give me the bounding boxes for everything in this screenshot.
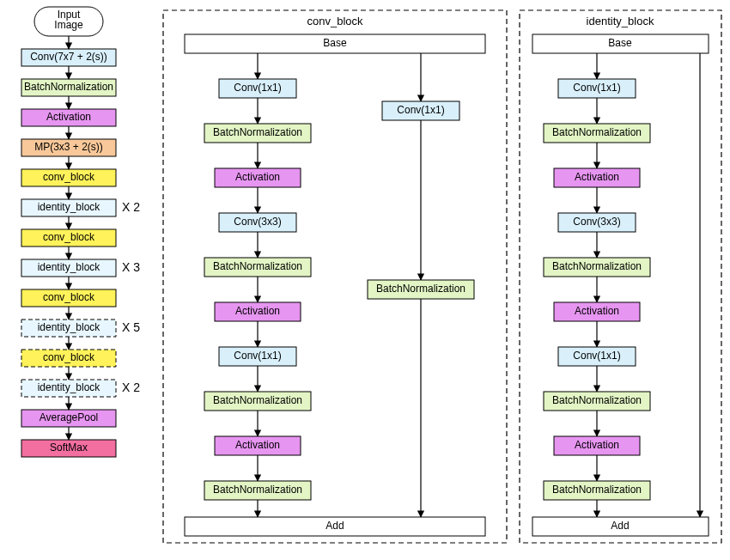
ib-bn1-label: BatchNormalization: [552, 126, 642, 138]
convblock-3-label: conv_block: [43, 291, 95, 303]
ib-conv1b-label: Conv(1x1): [573, 350, 620, 362]
ib-bn4-label: BatchNormalization: [552, 484, 642, 496]
cb-bn4-label: BatchNormalization: [213, 484, 302, 496]
avgpool-label: AveragePool: [40, 411, 99, 423]
ib-act1-label: Activation: [575, 171, 619, 183]
ib-bn2-label: BatchNormalization: [552, 260, 642, 272]
idblock-4-label: identity_block: [38, 381, 101, 393]
cb-conv1-label: Conv(1x1): [234, 82, 281, 94]
convblock-4-label: conv_block: [43, 351, 95, 363]
ib-add-label: Add: [611, 520, 629, 532]
idblock-3-label: identity_block: [38, 321, 101, 333]
softmax-label: SoftMax: [50, 441, 88, 453]
convblock-2-label: conv_block: [43, 231, 95, 243]
mult-x2-1: X 2: [122, 200, 140, 214]
cb-bn2-label: BatchNormalization: [213, 260, 302, 272]
cb-add-label: Add: [325, 520, 344, 532]
mult-x2-2: X 2: [122, 380, 140, 394]
convblock-title: conv_block: [307, 15, 363, 27]
ib-bn3-label: BatchNormalization: [552, 394, 642, 406]
act-1-label: Activation: [46, 111, 91, 123]
cb-base-label: Base: [323, 37, 347, 49]
cb-act1-label: Activation: [235, 171, 280, 183]
cb-conv1b-label: Conv(1x1): [234, 350, 281, 362]
cb-conv3-label: Conv(3x3): [234, 216, 281, 228]
cb-bn3-label: BatchNormalization: [213, 394, 302, 406]
convblock-1-label: conv_block: [43, 171, 95, 183]
diagram: InputImage Conv(7x7 + 2(s)) BatchNormali…: [0, 0, 730, 560]
maxpool-label: MP(3x3 + 2(s)): [34, 141, 103, 153]
cb-act2-label: Activation: [235, 305, 280, 317]
idblock-2-label: identity_block: [38, 261, 101, 273]
input-label-1: InputImage: [54, 9, 83, 31]
main-pipeline: InputImage Conv(7x7 + 2(s)) BatchNormali…: [21, 7, 140, 457]
bn-1-label: BatchNormalization: [24, 81, 113, 93]
cb-r-conv1-label: Conv(1x1): [397, 104, 444, 116]
cb-bn1-label: BatchNormalization: [213, 126, 302, 138]
mult-x5: X 5: [122, 320, 140, 334]
idblock-title: identity_block: [587, 15, 654, 27]
conv7x7-label: Conv(7x7 + 2(s)): [30, 51, 107, 63]
ib-act3-label: Activation: [575, 439, 619, 451]
ib-act2-label: Activation: [575, 305, 619, 317]
cb-act3-label: Activation: [235, 439, 280, 451]
idblock-1-label: identity_block: [38, 201, 101, 213]
cb-r-bn-label: BatchNormalization: [376, 283, 465, 295]
conv-block-panel: conv_block Base Conv(1x1) BatchNormaliza…: [163, 10, 507, 543]
mult-x3: X 3: [122, 260, 140, 274]
identity-block-panel: identity_block Base Conv(1x1) BatchNorma…: [520, 10, 721, 543]
ib-conv1-label: Conv(1x1): [573, 82, 620, 94]
ib-base-label: Base: [608, 37, 632, 49]
ib-conv3-label: Conv(3x3): [573, 216, 620, 228]
